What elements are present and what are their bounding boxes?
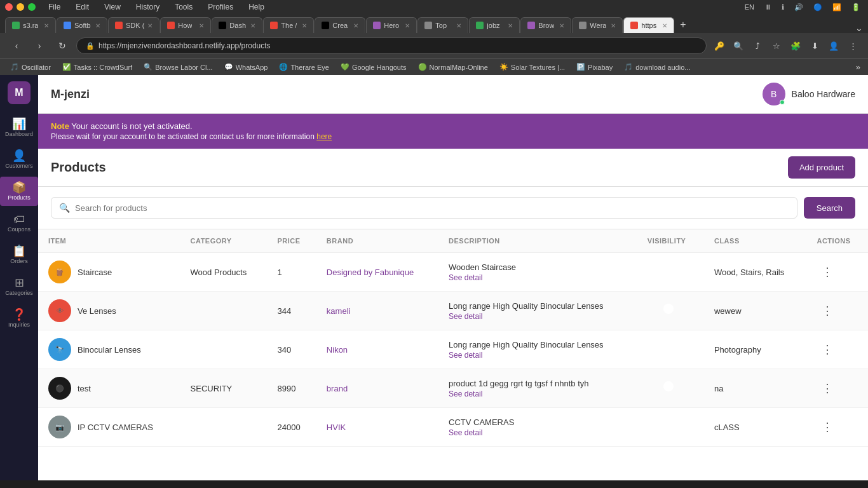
sidebar-item-inquiries[interactable]: ❓ Inquiries [0, 304, 38, 333]
cell-brand: Nikon [316, 330, 438, 369]
row-actions-button[interactable]: ⋮ [817, 301, 838, 320]
tab-close-icon[interactable]: ✕ [353, 22, 358, 29]
forward-button[interactable]: › [31, 37, 48, 55]
tab-https-active[interactable]: https ✕ [623, 17, 674, 33]
brand-link[interactable]: kameli [327, 306, 351, 316]
menu-view[interactable]: View [102, 1, 123, 13]
menu-history[interactable]: History [133, 1, 162, 13]
tab-close-icon[interactable]: ✕ [662, 22, 667, 29]
sidebar-item-coupons[interactable]: 🏷 Coupons [0, 208, 38, 238]
bookmark-hangouts[interactable]: 💚 Google Hangouts [338, 62, 409, 72]
key-icon[interactable]: 🔑 [712, 38, 727, 53]
tab-close-icon[interactable]: ✕ [302, 22, 307, 29]
tab-sdk[interactable]: SDK ( ✕ [108, 17, 159, 33]
tab-close-icon[interactable]: ✕ [199, 22, 204, 29]
menu-tools[interactable]: Tools [172, 1, 195, 13]
see-detail-link[interactable]: See detail [449, 428, 627, 437]
tab-s3[interactable]: s3.ra ✕ [5, 17, 56, 33]
tab-close-icon[interactable]: ✕ [456, 22, 461, 29]
tab-brow[interactable]: Brow ✕ [520, 17, 571, 33]
reload-button[interactable]: ↻ [53, 37, 71, 55]
tab-close-icon[interactable]: ✕ [611, 22, 616, 29]
bookmark-labor[interactable]: 🔍 Browse Labor Cl... [141, 62, 215, 72]
bookmarks-more-icon[interactable]: » [856, 62, 860, 72]
tab-how[interactable]: How ✕ [160, 17, 211, 33]
download-icon[interactable]: ⬇ [807, 38, 822, 53]
brand-link[interactable]: Designed by Fabunique [327, 268, 414, 277]
extension-icon[interactable]: 🧩 [788, 38, 803, 53]
bookmark-whatsapp[interactable]: 💬 WhatsApp [222, 62, 271, 72]
tab-close-icon[interactable]: ✕ [44, 22, 49, 29]
tab-hero[interactable]: Hero ✕ [366, 17, 417, 33]
new-tab-button[interactable]: + [675, 17, 691, 33]
profile-icon[interactable]: 👤 [826, 38, 841, 53]
see-detail-link[interactable]: See detail [449, 312, 627, 321]
brand-link[interactable]: Nikon [327, 345, 348, 355]
row-actions-button[interactable]: ⋮ [817, 262, 838, 281]
row-actions-button[interactable]: ⋮ [817, 379, 838, 398]
window-minimize-button[interactable] [17, 3, 24, 11]
tab-jobz[interactable]: jobz ✕ [469, 17, 520, 33]
back-button[interactable]: ‹ [8, 37, 25, 55]
add-product-button[interactable]: Add product [788, 156, 855, 179]
notification-note-label: Note [51, 121, 69, 131]
product-thumbnail: 📷 [48, 416, 71, 438]
bookmark-normalmap[interactable]: 🟢 NormalMap-Online [416, 62, 491, 72]
menu-edit[interactable]: Edit [73, 1, 92, 13]
sidebar-logo[interactable]: M [8, 81, 31, 104]
menu-profiles[interactable]: Profiles [205, 1, 236, 13]
zoom-icon[interactable]: 🔍 [731, 38, 746, 53]
menu-help[interactable]: Help [246, 1, 267, 13]
tab-the[interactable]: The / ✕ [263, 17, 314, 33]
tab-soft[interactable]: Softb ✕ [57, 17, 107, 33]
url-bar[interactable]: 🔒 https://mjenzivendordashboard.netlify.… [76, 37, 707, 54]
tab-list-button[interactable]: ⌄ [855, 23, 863, 33]
bookmark-solar[interactable]: ☀️ Solar Textures |... [497, 62, 567, 72]
user-name: Baloo Hardware [792, 89, 855, 99]
tab-crea[interactable]: Crea ✕ [315, 17, 365, 33]
cell-actions: ⋮ [806, 253, 868, 292]
sidebar-item-customers[interactable]: 👤 Customers [0, 145, 38, 174]
search-button[interactable]: Search [804, 197, 855, 219]
sidebar-item-label: Products [8, 194, 31, 201]
sidebar: M 📊 Dashboard 👤 Customers 📦 Products 🏷 C… [0, 75, 38, 480]
window-controls[interactable] [5, 3, 36, 11]
tab-top[interactable]: Top ✕ [417, 17, 468, 33]
menu-icon[interactable]: ⋮ [845, 38, 860, 53]
row-actions-button[interactable]: ⋮ [817, 417, 838, 437]
search-input[interactable] [75, 203, 789, 213]
menu-file[interactable]: File [46, 1, 63, 13]
brand-link[interactable]: brand [327, 384, 348, 393]
see-detail-link[interactable]: See detail [449, 390, 627, 398]
sidebar-item-categories[interactable]: ⊞ Categories [0, 272, 38, 301]
tab-close-icon[interactable]: ✕ [95, 22, 100, 29]
tab-close-icon[interactable]: ✕ [147, 22, 153, 29]
tab-close-icon[interactable]: ✕ [405, 22, 410, 29]
sidebar-item-products[interactable]: 📦 Products [0, 177, 38, 206]
tab-close-icon[interactable]: ✕ [559, 22, 564, 29]
tab-dash[interactable]: Dash ✕ [212, 17, 262, 33]
share-icon[interactable]: ⤴ [750, 38, 765, 53]
tab-wera[interactable]: Wera ✕ [572, 17, 623, 33]
see-detail-link[interactable]: See detail [449, 351, 627, 360]
tab-close-icon[interactable]: ✕ [508, 22, 513, 29]
bookmark-oscillator[interactable]: 🎵 Oscillator [8, 62, 53, 72]
tab-close-icon[interactable]: ✕ [250, 22, 255, 29]
sidebar-item-dashboard[interactable]: 📊 Dashboard [0, 113, 38, 142]
cell-visibility [637, 253, 704, 292]
notification-link[interactable]: here [316, 132, 332, 141]
bookmark-pixabay[interactable]: 🅿️ Pixabay [574, 62, 615, 72]
bookmark-icon[interactable]: ☆ [769, 38, 784, 53]
brand-link[interactable]: HVIK [327, 423, 346, 432]
bookmark-tasks[interactable]: ✅ Tasks :: CrowdSurf [60, 62, 135, 72]
sidebar-item-label: Dashboard [5, 131, 33, 137]
window-maximize-button[interactable] [28, 3, 36, 11]
row-actions-button[interactable]: ⋮ [817, 340, 838, 359]
search-input-wrapper: 🔍 [51, 197, 797, 219]
see-detail-link[interactable]: See detail [449, 273, 627, 282]
bookmark-therare[interactable]: 🌐 Therare Eye [276, 62, 332, 72]
cell-item: 🪵 Staircase [38, 253, 180, 292]
window-close-button[interactable] [5, 3, 13, 11]
bookmark-audio[interactable]: 🎵 download audio... [621, 62, 693, 72]
sidebar-item-orders[interactable]: 📋 Orders [0, 240, 38, 269]
